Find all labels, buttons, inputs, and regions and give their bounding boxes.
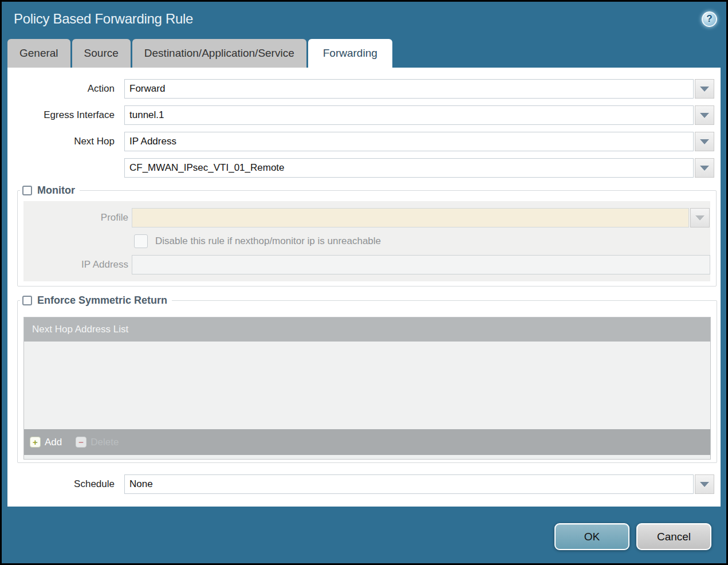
- monitor-ip-input: [132, 255, 710, 274]
- monitor-fields-panel: Profile Disable this rule if nexthop/mon…: [23, 201, 710, 281]
- monitor-legend-label: Monitor: [37, 185, 75, 197]
- delete-button: − Delete: [76, 437, 119, 448]
- chevron-down-icon: [700, 482, 709, 487]
- next-hop-address-input[interactable]: CF_MWAN_IPsec_VTI_01_Remote: [124, 158, 694, 178]
- help-icon[interactable]: ?: [702, 11, 717, 27]
- ok-button[interactable]: OK: [554, 523, 629, 550]
- tab-bar: General Source Destination/Application/S…: [2, 36, 726, 68]
- disable-rule-row: Disable this rule if nexthop/monitor ip …: [23, 234, 710, 248]
- next-hop-address-dropdown-button[interactable]: [695, 158, 714, 178]
- next-hop-address-list-header[interactable]: Next Hop Address List: [24, 317, 710, 342]
- tab-forwarding[interactable]: Forwarding: [308, 39, 392, 68]
- dialog-footer: OK Cancel: [2, 507, 726, 562]
- next-hop-address-list-table: Next Hop Address List + Add − Delete: [23, 317, 711, 460]
- chevron-down-icon: [695, 215, 705, 221]
- profile-combobox: [132, 208, 710, 227]
- next-hop-dropdown-button[interactable]: [695, 132, 714, 151]
- schedule-combobox: None: [124, 474, 714, 494]
- disable-rule-checkbox: [134, 234, 148, 248]
- next-hop-address-list-body[interactable]: [24, 342, 710, 429]
- next-hop-address-list-toolbar: + Add − Delete: [24, 429, 710, 455]
- schedule-label: Schedule: [7, 478, 120, 490]
- action-combobox: Forward: [124, 79, 714, 99]
- dialog-titlebar: Policy Based Forwarding Rule ?: [2, 2, 726, 36]
- next-hop-type-input[interactable]: IP Address: [124, 132, 694, 151]
- schedule-row: Schedule None: [7, 474, 721, 494]
- chevron-down-icon: [700, 166, 709, 171]
- profile-row: Profile: [23, 208, 710, 227]
- tab-general[interactable]: General: [7, 39, 70, 68]
- action-dropdown-button[interactable]: [695, 79, 714, 99]
- plus-icon: +: [30, 437, 41, 448]
- pbf-rule-dialog: Policy Based Forwarding Rule ? General S…: [2, 2, 726, 563]
- next-hop-address-combobox: CF_MWAN_IPsec_VTI_01_Remote: [124, 158, 714, 178]
- dialog-title: Policy Based Forwarding Rule: [14, 11, 193, 27]
- disable-rule-label: Disable this rule if nexthop/monitor ip …: [155, 236, 381, 247]
- action-row: Action Forward: [7, 79, 721, 99]
- profile-input: [132, 208, 689, 227]
- forwarding-tab-panel: Action Forward Egress Interface tunnel.1…: [7, 68, 721, 507]
- table-bottom-strip: [24, 455, 710, 459]
- egress-interface-input[interactable]: tunnel.1: [124, 105, 694, 125]
- next-hop-row: Next Hop IP Address: [7, 132, 721, 151]
- cancel-button[interactable]: Cancel: [636, 523, 711, 550]
- enforce-symmetric-return-legend: Enforce Symmetric Return: [20, 295, 172, 307]
- add-button-label: Add: [45, 437, 62, 448]
- tab-destination-application-service[interactable]: Destination/Application/Service: [132, 39, 306, 68]
- next-hop-combobox: IP Address: [124, 132, 714, 151]
- next-hop-address-row: CF_MWAN_IPsec_VTI_01_Remote: [7, 158, 721, 178]
- enforce-symmetric-return-group: Enforce Symmetric Return Next Hop Addres…: [17, 295, 717, 463]
- egress-interface-combobox: tunnel.1: [124, 105, 714, 125]
- chevron-down-icon: [700, 139, 709, 144]
- chevron-down-icon: [700, 87, 709, 92]
- profile-label: Profile: [23, 212, 132, 223]
- tab-source[interactable]: Source: [72, 39, 131, 68]
- minus-icon: −: [76, 437, 86, 448]
- monitor-ip-row: IP Address: [23, 255, 710, 274]
- egress-interface-dropdown-button[interactable]: [695, 105, 714, 125]
- chevron-down-icon: [700, 113, 709, 118]
- egress-interface-row: Egress Interface tunnel.1: [7, 105, 721, 125]
- monitor-checkbox[interactable]: [22, 186, 32, 195]
- schedule-input[interactable]: None: [124, 474, 694, 494]
- monitor-group: Monitor Profile Disable this rule if nex…: [17, 185, 717, 287]
- profile-dropdown-button: [690, 208, 710, 227]
- monitor-ip-label: IP Address: [23, 259, 132, 270]
- add-button[interactable]: + Add: [30, 437, 62, 448]
- egress-interface-label: Egress Interface: [7, 109, 120, 121]
- next-hop-label: Next Hop: [7, 136, 120, 147]
- enforce-symmetric-return-checkbox[interactable]: [22, 296, 32, 305]
- action-input[interactable]: Forward: [124, 79, 694, 99]
- schedule-dropdown-button[interactable]: [695, 474, 714, 494]
- action-label: Action: [7, 83, 120, 95]
- enforce-symmetric-return-legend-label: Enforce Symmetric Return: [37, 295, 167, 307]
- monitor-legend: Monitor: [20, 185, 80, 197]
- delete-button-label: Delete: [90, 437, 119, 448]
